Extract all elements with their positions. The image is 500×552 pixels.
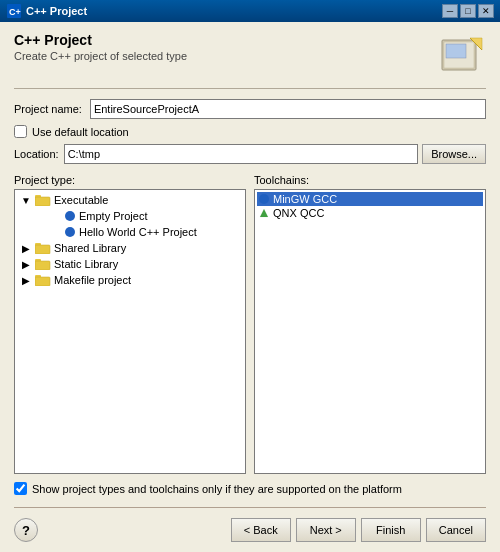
next-label: Next > (310, 524, 342, 536)
toolchain-item-qnx[interactable]: QNX QCC (257, 206, 483, 220)
tree-item-static-library[interactable]: ▶ Static Library (17, 256, 243, 272)
button-row: ? < Back Next > Finish Cancel (14, 514, 486, 542)
svg-rect-14 (35, 259, 41, 262)
folder-icon-makefile (35, 274, 51, 286)
folder-icon-executable (35, 194, 51, 206)
svg-rect-4 (446, 44, 466, 58)
folder-icon-static (35, 258, 51, 270)
toolchains-label: Toolchains: (254, 174, 486, 186)
svg-rect-17 (35, 275, 41, 278)
project-name-input[interactable] (90, 99, 486, 119)
title-bar-controls: ─ □ ✕ (442, 4, 494, 18)
cancel-label: Cancel (439, 524, 473, 536)
svg-rect-16 (35, 277, 50, 286)
back-label: < Back (244, 524, 278, 536)
expand-toggle-shared[interactable]: ▶ (19, 241, 33, 255)
svg-rect-10 (35, 245, 50, 254)
back-button[interactable]: < Back (231, 518, 291, 542)
location-label: Location: (14, 148, 59, 160)
separator (14, 507, 486, 508)
dialog-title: C++ Project (14, 32, 187, 48)
cancel-button[interactable]: Cancel (426, 518, 486, 542)
project-name-row: Project name: (14, 99, 486, 119)
dialog-header: C++ Project Create C++ project of select… (14, 32, 486, 89)
expand-toggle-static[interactable]: ▶ (19, 257, 33, 271)
bottom-checkbox-row: Show project types and toolchains only i… (14, 482, 486, 495)
title-bar-left: C+ C++ Project (6, 3, 87, 19)
toolchain-label-mingw: MinGW GCC (273, 193, 337, 205)
platform-filter-checkbox[interactable] (14, 482, 27, 495)
project-wizard-icon (438, 32, 486, 80)
toolchain-item-mingw[interactable]: MinGW GCC (257, 192, 483, 206)
tree-label-hello-world: Hello World C++ Project (79, 226, 197, 238)
toolchains-tree[interactable]: MinGW GCC QNX QCC (254, 189, 486, 474)
svg-rect-13 (35, 261, 50, 270)
tree-label-shared-library: Shared Library (54, 242, 126, 254)
use-default-location-checkbox[interactable] (14, 125, 27, 138)
project-type-label: Project type: (14, 174, 246, 186)
triangle-icon-qnx (259, 208, 269, 218)
tree-item-makefile[interactable]: ▶ Makefile project (17, 272, 243, 288)
default-location-row: Use default location (14, 125, 486, 138)
project-type-tree[interactable]: ▼ Executable ▶ Empty Project (14, 189, 246, 474)
help-button[interactable]: ? (14, 518, 38, 542)
circle-icon-hello (65, 227, 75, 237)
circle-icon-empty (65, 211, 75, 221)
tree-label-static-library: Static Library (54, 258, 118, 270)
title-bar: C+ C++ Project ─ □ ✕ (0, 0, 500, 22)
tree-item-shared-library[interactable]: ▶ Shared Library (17, 240, 243, 256)
location-input[interactable] (64, 144, 418, 164)
dialog-subtitle: Create C++ project of selected type (14, 50, 187, 62)
minimize-button[interactable]: ─ (442, 4, 458, 18)
browse-button[interactable]: Browse... (422, 144, 486, 164)
finish-label: Finish (376, 524, 405, 536)
svg-rect-11 (35, 243, 41, 246)
dialog-body: C++ Project Create C++ project of select… (0, 22, 500, 552)
tree-label-empty-project: Empty Project (79, 210, 147, 222)
use-default-location-label: Use default location (32, 126, 129, 138)
tree-item-empty-project[interactable]: ▶ Empty Project (31, 208, 243, 224)
maximize-button[interactable]: □ (460, 4, 476, 18)
project-name-label: Project name: (14, 103, 82, 115)
folder-icon-shared (35, 242, 51, 254)
svg-marker-19 (260, 209, 268, 217)
svg-rect-8 (35, 195, 41, 198)
nav-buttons: < Back Next > Finish Cancel (231, 518, 486, 542)
expand-toggle-makefile[interactable]: ▶ (19, 273, 33, 287)
tree-item-executable[interactable]: ▼ Executable (17, 192, 243, 208)
toolchains-section: Toolchains: MinGW GCC QNX QCC (254, 174, 486, 474)
next-button[interactable]: Next > (296, 518, 356, 542)
tree-label-executable: Executable (54, 194, 108, 206)
cpp-icon: C+ (6, 3, 22, 19)
project-type-section: Project type: ▼ Executable ▶ (14, 174, 246, 474)
tree-item-hello-world[interactable]: ▶ Hello World C++ Project (31, 224, 243, 240)
tree-label-makefile: Makefile project (54, 274, 131, 286)
platform-filter-label: Show project types and toolchains only i… (32, 483, 402, 495)
circle-icon-mingw (259, 194, 269, 204)
svg-text:C+: C+ (9, 7, 21, 17)
toolchain-label-qnx: QNX QCC (273, 207, 324, 219)
close-button[interactable]: ✕ (478, 4, 494, 18)
expand-toggle-executable[interactable]: ▼ (19, 193, 33, 207)
dialog-header-text: C++ Project Create C++ project of select… (14, 32, 187, 62)
two-column-panel: Project type: ▼ Executable ▶ (14, 174, 486, 474)
finish-button[interactable]: Finish (361, 518, 421, 542)
location-row: Location: Browse... (14, 144, 486, 164)
title-bar-title: C++ Project (26, 5, 87, 17)
